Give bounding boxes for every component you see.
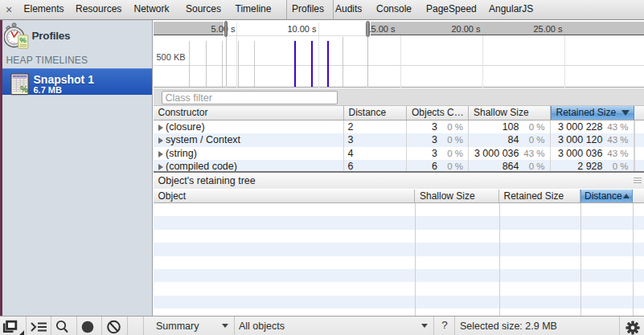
dock-side-icon[interactable] [2, 319, 25, 335]
cell-shallow-size: 1080 % [469, 121, 551, 134]
cell-retained-size: 3 000 12043 % [551, 133, 634, 147]
svg-text:%: % [19, 35, 27, 44]
column-header-retained-size[interactable]: Retained Size [551, 106, 634, 120]
all-objects-select-label: All objects [239, 321, 285, 332]
tab-audits[interactable]: Audits [335, 0, 362, 18]
column-header-constructor[interactable]: Constructor [154, 106, 344, 120]
cell-objects-c-: 30 % [407, 121, 469, 134]
freed-allocation-bar [189, 41, 190, 87]
y-axis-label: 500 KB [157, 52, 186, 62]
search-icon[interactable] [53, 319, 74, 335]
500kb-gridline [154, 65, 644, 66]
sidebar-item-profiles[interactable]: % Profiles [2, 20, 153, 51]
clear-icon[interactable] [105, 319, 125, 335]
tab-sources[interactable]: Sources [186, 0, 221, 18]
column-divider [580, 203, 581, 316]
heap-snapshot-icon: % [10, 73, 29, 96]
column-header-label: Retained Size [504, 190, 564, 202]
cell-value: 3 [432, 147, 437, 161]
help-button[interactable]: ? [439, 319, 450, 331]
resize-grip-icon[interactable] [634, 178, 642, 185]
column-header-retained-size[interactable]: Retained Size [499, 190, 581, 203]
constructor-row[interactable]: system / Context330 %840 %3 000 12043 % [154, 133, 644, 147]
window-resizer-right[interactable] [366, 21, 370, 37]
cell-percent: 0 % [441, 121, 463, 134]
column-header-distance[interactable]: Distance [344, 106, 408, 120]
freed-allocation-bar [206, 41, 207, 87]
cell-percent: 0 % [523, 160, 545, 172]
column-header-object[interactable]: Object [154, 190, 416, 203]
tab-console[interactable]: Console [376, 0, 412, 18]
constructors-grid-header: ConstructorDistanceObjects C…Shallow Siz… [154, 106, 644, 121]
column-header-label: Distance [349, 107, 387, 118]
cell-percent: 0 % [523, 133, 545, 147]
cell-shallow-size: 8640 % [469, 160, 551, 172]
cell-value: 3 000 120 [558, 133, 603, 147]
disclosure-triangle-icon[interactable] [158, 125, 163, 131]
tab-angularjs[interactable]: AngularJS [489, 0, 533, 18]
column-header-objects-c-[interactable]: Objects C… [407, 106, 469, 120]
class-filter-input[interactable] [162, 91, 338, 104]
cell-shallow-size: 840 % [469, 133, 551, 147]
disclosure-triangle-icon[interactable] [158, 137, 163, 144]
sidebar: % Profiles HEAP TIMELINES [2, 20, 154, 316]
tab-elements[interactable]: Elements [24, 0, 64, 18]
record-icon[interactable] [79, 319, 100, 335]
status-bar: Summary All objects ? Selected size: 2.9… [0, 316, 644, 335]
empty-row [154, 203, 644, 216]
column-divider [415, 203, 416, 316]
cell-percent: 0 % [606, 160, 629, 172]
cell-retained-size: 3 000 03643 % [551, 147, 634, 161]
column-header-shallow-size[interactable]: Shallow Size [415, 190, 499, 203]
retaining-tree-title: Object's retaining tree [158, 175, 256, 186]
grip-line [634, 180, 642, 181]
tab-resources[interactable]: Resources [76, 0, 121, 18]
all-objects-select-arrow-icon [421, 324, 428, 328]
disclosure-triangle-icon[interactable] [158, 164, 163, 170]
freed-allocation-bar [238, 41, 239, 87]
tab-profiles[interactable]: Profiles [292, 0, 324, 18]
cell-percent: 0 % [441, 133, 463, 147]
tab-pagespeed[interactable]: PageSpeed [426, 0, 477, 18]
constructor-name: system / Context [166, 134, 240, 145]
column-header-distance[interactable]: Distance [580, 190, 633, 203]
cell-percent: 43 % [606, 121, 629, 134]
column-header-shallow-size[interactable]: Shallow Size [469, 106, 551, 120]
empty-row [154, 230, 644, 243]
cell-shallow-size: 3 000 03643 % [469, 147, 551, 161]
sidebar-item-snapshot-1[interactable]: % Snapshot 1 6.7 MB [2, 68, 153, 95]
sidebar-section-heap-timelines: HEAP TIMELINES [6, 55, 88, 66]
column-header-filler [634, 106, 644, 120]
disclosure-triangle-icon[interactable] [158, 151, 163, 157]
constructors-grid-body: (closure)230 %1080 %3 000 22843 %system … [154, 121, 644, 172]
cell-value: 3 [432, 121, 437, 134]
column-header-label: Constructor [158, 107, 208, 118]
cell-percent: 43 % [606, 133, 629, 147]
cell-percent: 43 % [523, 147, 545, 161]
close-icon[interactable]: × [3, 3, 14, 16]
empty-row [154, 308, 644, 316]
empty-row [154, 216, 644, 229]
column-divider [499, 203, 500, 316]
column-header-label: Retained Size [556, 107, 617, 118]
cell-percent: 0 % [441, 147, 463, 161]
gear-icon[interactable] [626, 321, 640, 335]
cell-distance: 6 [344, 160, 408, 172]
ruler-label: 20.00 s [425, 24, 481, 34]
cell-percent: 0 % [523, 121, 545, 134]
empty-row [154, 296, 644, 308]
statusbar-separator [51, 317, 51, 335]
selected-size-status: Selected size: 2.9 MB [460, 321, 557, 332]
constructor-row[interactable]: (closure)230 %1080 %3 000 22843 % [154, 121, 644, 134]
cell-constructor: (compiled code) [154, 160, 344, 172]
tab-timeline[interactable]: Timeline [236, 0, 272, 18]
constructor-row[interactable]: (string)430 %3 000 03643 %3 000 03643 % [154, 147, 644, 161]
constructor-row[interactable]: (compiled code)660 %8640 %2 9280 % [154, 160, 644, 172]
cell-retained-size: 3 000 22843 % [551, 121, 634, 134]
tab-network[interactable]: Network [134, 0, 170, 18]
cell-constructor: system / Context [154, 133, 344, 147]
window-resizer-left[interactable] [224, 21, 228, 37]
column-header-label: Object [158, 190, 187, 202]
show-console-icon[interactable] [29, 319, 50, 335]
cell-filler [634, 160, 644, 172]
